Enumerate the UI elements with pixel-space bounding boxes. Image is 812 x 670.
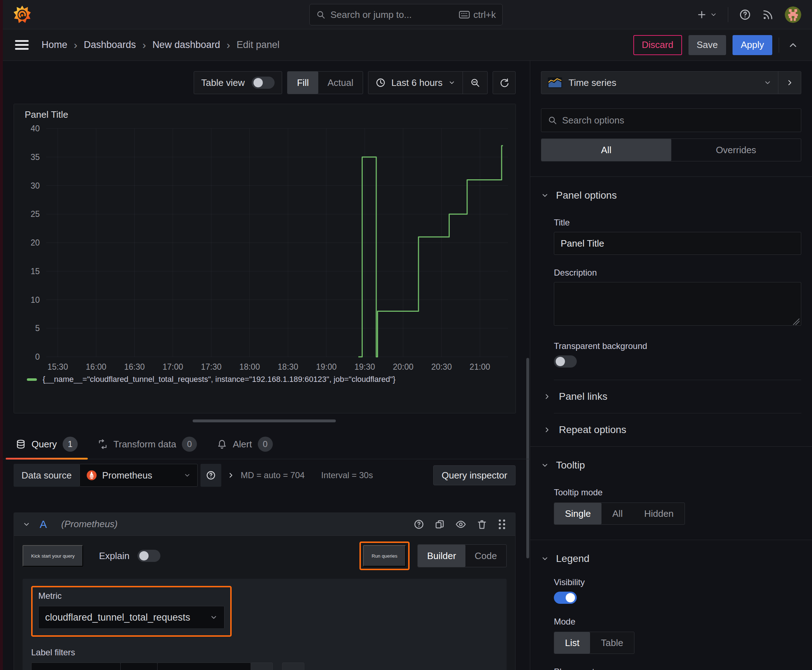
visualization-select[interactable]: Time series [541, 71, 778, 94]
top-bar: Search or jump to... ctrl+k [0, 0, 812, 29]
trash-icon[interactable] [476, 519, 487, 530]
news-icon[interactable] [762, 8, 774, 21]
help-icon[interactable] [739, 8, 751, 21]
tab-alert-label: Alert [233, 439, 252, 450]
repeat-options-section[interactable]: Repeat options [543, 421, 801, 439]
select-value-dropdown[interactable]: Select value [157, 663, 251, 670]
window-edge [0, 0, 3, 670]
svg-text:15:30: 15:30 [47, 362, 68, 372]
kick-start-button[interactable]: Kick start your query [22, 545, 83, 567]
grafana-logo-icon[interactable] [14, 6, 31, 24]
tooltip-hidden-option[interactable]: Hidden [633, 503, 684, 524]
panel-view-toolbar: Table view Fill Actual Last 6 hours [194, 71, 515, 94]
options-search-input[interactable] [562, 115, 795, 126]
resize-handle[interactable] [193, 420, 336, 422]
query-builder-editor: Metric cloudflared_tunnel_total_requests… [22, 579, 507, 670]
select-label-dropdown[interactable]: Select label [31, 663, 120, 670]
panel-links-section[interactable]: Panel links [543, 387, 801, 406]
datasource-help-button[interactable] [200, 464, 221, 487]
options-filter-tabs: All Overrides [541, 139, 801, 161]
svg-text:17:00: 17:00 [163, 362, 183, 372]
menu-icon[interactable] [15, 38, 29, 52]
chevron-right-icon[interactable] [227, 471, 235, 479]
chevron-down-icon[interactable] [22, 520, 31, 528]
panel-title-input[interactable] [554, 232, 801, 255]
svg-text:0: 0 [35, 352, 40, 362]
editor-tabs: Query 1 Transform data 0 Alert 0 [3, 430, 530, 459]
builder-option[interactable]: Builder [418, 545, 465, 567]
legend-series-label: {__name__="cloudflared_tunnel_total_requ… [42, 375, 396, 384]
legend-list-option[interactable]: List [554, 632, 590, 653]
topbar-divider [728, 7, 728, 22]
breadcrumb-home[interactable]: Home [42, 39, 67, 51]
apply-button[interactable]: Apply [732, 35, 772, 55]
legend-mode-label: Mode [554, 617, 801, 627]
collapse-header-icon[interactable] [788, 40, 798, 51]
plus-icon [696, 9, 707, 20]
options-search[interactable] [541, 108, 801, 132]
resize-grip-icon[interactable] [793, 318, 800, 325]
clock-icon [376, 78, 386, 88]
operator-dropdown[interactable]: = [120, 663, 158, 670]
chart-legend[interactable]: {__name__="cloudflared_tunnel_total_requ… [27, 375, 396, 384]
tooltip-all-option[interactable]: All [602, 503, 633, 524]
chevron-right-icon [543, 393, 551, 401]
prometheus-icon [86, 470, 97, 481]
new-dropdown-button[interactable] [696, 9, 717, 20]
metric-select[interactable]: cloudflared_tunnel_total_requests [38, 606, 224, 629]
time-range-picker[interactable]: Last 6 hours [368, 71, 463, 94]
time-series-chart[interactable]: 051015202530354015:3016:0016:3017:0017:3… [18, 123, 512, 373]
tab-query[interactable]: Query 1 [6, 430, 88, 459]
run-queries-highlight: Run queries [359, 541, 410, 570]
tooltip-section[interactable]: Tooltip [541, 456, 801, 475]
svg-text:19:00: 19:00 [316, 362, 337, 372]
panel-options-section[interactable]: Panel options [541, 186, 801, 205]
datasource-picker[interactable]: Prometheus [80, 464, 198, 487]
svg-text:19:30: 19:30 [354, 362, 375, 372]
duplicate-icon[interactable] [434, 519, 445, 530]
query-row-header[interactable]: A (Prometheus) [14, 513, 515, 536]
fill-option[interactable]: Fill [288, 71, 318, 94]
legend-table-option[interactable]: Table [590, 632, 634, 653]
transform-count-badge: 0 [182, 437, 197, 452]
tooltip-section-title: Tooltip [556, 460, 585, 471]
explain-toggle[interactable] [137, 550, 160, 562]
help-circle-icon[interactable] [414, 519, 424, 530]
tab-alert[interactable]: Alert 0 [207, 430, 283, 459]
drag-handle-icon[interactable] [497, 519, 507, 530]
code-option[interactable]: Code [465, 545, 506, 567]
refresh-button[interactable] [493, 71, 515, 94]
tab-all[interactable]: All [541, 139, 671, 161]
svg-text:20:30: 20:30 [431, 362, 452, 372]
zoom-out-icon [470, 78, 480, 88]
breadcrumb-dashboards[interactable]: Dashboards [84, 39, 136, 51]
tab-overrides[interactable]: Overrides [671, 139, 801, 161]
legend-visibility-toggle[interactable] [554, 592, 577, 604]
tab-transform[interactable]: Transform data 0 [88, 430, 207, 459]
breadcrumb-new-dashboard[interactable]: New dashboard [153, 39, 220, 51]
zoom-out-button[interactable] [463, 71, 487, 94]
legend-section[interactable]: Legend [541, 549, 801, 568]
query-inspector-button[interactable]: Query inspector [433, 465, 515, 485]
add-filter-button[interactable]: + [282, 663, 304, 670]
viz-expand-button[interactable] [778, 71, 801, 94]
run-queries-button[interactable]: Run queries [363, 545, 406, 567]
eye-icon[interactable] [455, 519, 466, 530]
tab-transform-label: Transform data [114, 439, 176, 450]
table-view-toggle[interactable] [252, 76, 275, 89]
svg-text:16:30: 16:30 [124, 362, 145, 372]
breadcrumb-bar: Home › Dashboards › New dashboard › Edit… [0, 29, 812, 61]
user-avatar[interactable] [785, 7, 801, 23]
save-button[interactable]: Save [688, 35, 726, 55]
tooltip-single-option[interactable]: Single [554, 503, 602, 524]
description-field-label: Description [554, 268, 801, 278]
discard-button[interactable]: Discard [633, 35, 682, 55]
actual-option[interactable]: Actual [318, 71, 363, 94]
description-textarea[interactable] [554, 282, 801, 326]
remove-filter-button[interactable]: × [251, 663, 273, 670]
legend-mode-switch: List Table [554, 632, 634, 654]
global-search-input[interactable]: Search or jump to... ctrl+k [309, 4, 503, 25]
svg-text:20:00: 20:00 [393, 362, 414, 372]
transparent-bg-toggle[interactable] [554, 355, 577, 367]
query-datasource-hint: (Prometheus) [61, 519, 118, 530]
